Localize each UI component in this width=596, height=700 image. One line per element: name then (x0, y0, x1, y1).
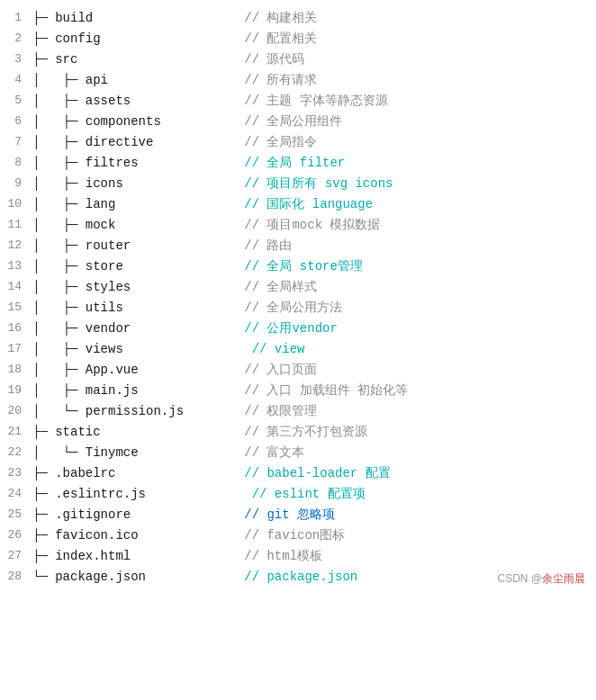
spacer (139, 445, 245, 460)
comment-text: // babel-loader 配置 (244, 466, 390, 480)
spacer (77, 52, 244, 67)
table-row: 23├─ .babelrc // babel-loader 配置 (0, 462, 596, 483)
tree-item-name: ├─ src (32, 52, 77, 67)
comment-text: // 主题 字体等静态资源 (244, 94, 388, 108)
line-number: 20 (0, 400, 29, 421)
line-number: 14 (0, 276, 29, 297)
line-number: 28 (0, 566, 29, 587)
line-content: │ ├─ main.js // 入口 加载组件 初始化等 (29, 380, 596, 400)
comment-text: // 配置相关 (244, 31, 317, 46)
line-number: 1 (0, 7, 29, 28)
comment-text: // 构建相关 (244, 11, 317, 25)
line-number: 4 (0, 69, 29, 90)
spacer (131, 549, 244, 563)
spacer (93, 11, 244, 25)
table-row: 16│ ├─ vendor // 公用vendor (0, 318, 596, 338)
tree-item-name: │ ├─ vendor (32, 321, 131, 336)
line-content: │ ├─ router // 路由 (29, 235, 596, 256)
line-number: 3 (0, 49, 29, 69)
tree-item-name: ├─ config (32, 31, 101, 46)
spacer (131, 507, 244, 522)
line-content: │ ├─ mock // 项目mock 模拟数据 (29, 214, 596, 235)
comment-text: // 全局样式 (244, 280, 317, 294)
file-tree-container: 1├─ build // 构建相关2├─ config // 配置相关3├─ s… (0, 0, 596, 594)
line-content: │ ├─ icons // 项目所有 svg icons (29, 173, 596, 193)
comment-text: // favicon图标 (244, 528, 345, 543)
table-row: 4│ ├─ api // 所有请求 (0, 69, 596, 90)
table-row: 3├─ src // 源代码 (0, 49, 596, 69)
line-number: 27 (0, 545, 29, 566)
line-number: 17 (0, 338, 29, 359)
line-number: 16 (0, 318, 29, 338)
tree-item-name: │ ├─ directive (32, 135, 153, 149)
tree-item-name: ├─ index.html (32, 549, 131, 563)
tree-item-name: │ ├─ main.js (32, 383, 139, 398)
table-row: 8│ ├─ filtres // 全局 filter (0, 152, 596, 173)
spacer (146, 487, 244, 501)
line-content: ├─ build // 构建相关 (29, 7, 596, 28)
spacer (101, 31, 245, 46)
table-row: 26├─ favicon.ico // favicon图标 (0, 525, 596, 545)
tree-item-name: │ ├─ filtres (32, 156, 139, 170)
tree-item-name: │ ├─ lang (32, 197, 115, 211)
table-row: 25├─ .gitignore // git 忽略项 (0, 504, 596, 525)
table-row: 17│ ├─ views // view (0, 338, 596, 359)
tree-item-name: └─ package.json (32, 570, 146, 584)
line-content: ├─ src // 源代码 (29, 49, 596, 69)
table-row: 18│ ├─ App.vue // 入口页面 (0, 359, 596, 380)
table-row: 2├─ config // 配置相关 (0, 28, 596, 49)
table-row: 27├─ index.html // html模板 (0, 545, 596, 566)
spacer (123, 259, 244, 274)
spacer (108, 73, 244, 87)
tree-item-name: ├─ build (32, 11, 93, 25)
line-content: │ └─ permission.js // 权限管理 (29, 400, 596, 421)
line-number: 6 (0, 111, 29, 131)
comment-text: // 项目mock 模拟数据 (244, 218, 380, 232)
table-row: 1├─ build // 构建相关 (0, 7, 596, 28)
comment-text: // 第三方不打包资源 (244, 425, 367, 439)
line-content: │ ├─ api // 所有请求 (29, 69, 596, 90)
line-number: 25 (0, 504, 29, 525)
spacer (115, 218, 244, 232)
line-number: 18 (0, 359, 29, 380)
line-content: │ ├─ filtres // 全局 filter (29, 152, 596, 173)
comment-text: // view (244, 342, 304, 356)
comment-text: // 公用vendor (244, 321, 338, 336)
tree-item-name: │ └─ permission.js (32, 404, 184, 418)
comment-text: // 全局 filter (244, 156, 345, 170)
comment-text: // 全局 store管理 (244, 259, 363, 274)
line-content: ├─ config // 配置相关 (29, 28, 596, 49)
line-number: 5 (0, 90, 29, 111)
line-content: │ ├─ assets // 主题 字体等静态资源 (29, 90, 596, 111)
line-content: │ ├─ directive // 全局指令 (29, 131, 596, 152)
line-number: 9 (0, 173, 29, 193)
table-row: 9│ ├─ icons // 项目所有 svg icons (0, 173, 596, 193)
tree-item-name: ├─ static (32, 425, 101, 439)
line-content: │ ├─ store // 全局 store管理 (29, 256, 596, 276)
spacer (101, 425, 245, 439)
table-row: 21├─ static // 第三方不打包资源 (0, 421, 596, 442)
spacer (161, 114, 244, 129)
line-content: │ ├─ App.vue // 入口页面 (29, 359, 596, 380)
line-number: 2 (0, 28, 29, 49)
table-row: 15│ ├─ utils // 全局公用方法 (0, 297, 596, 318)
table-row: 14│ ├─ styles // 全局样式 (0, 276, 596, 297)
watermark-author: 余尘雨晨 (542, 572, 585, 585)
table-row: 11│ ├─ mock // 项目mock 模拟数据 (0, 214, 596, 235)
comment-text: // 全局公用组件 (244, 114, 342, 129)
line-content: │ ├─ vendor // 公用vendor (29, 318, 596, 338)
comment-text: // 全局指令 (244, 135, 317, 149)
tree-item-name: │ └─ Tinymce (32, 445, 139, 460)
spacer (139, 528, 245, 543)
line-content: ├─ favicon.ico // favicon图标 (29, 525, 596, 545)
tree-item-name: │ ├─ api (32, 73, 108, 87)
line-number: 8 (0, 152, 29, 173)
tree-item-name: │ ├─ styles (32, 280, 131, 294)
line-number: 13 (0, 256, 29, 276)
spacer (131, 238, 244, 253)
tree-item-name: │ ├─ components (32, 114, 161, 129)
comment-text: // 入口页面 (244, 363, 317, 377)
table-row: 19│ ├─ main.js // 入口 加载组件 初始化等 (0, 380, 596, 400)
table-row: 13│ ├─ store // 全局 store管理 (0, 256, 596, 276)
spacer (146, 570, 244, 584)
